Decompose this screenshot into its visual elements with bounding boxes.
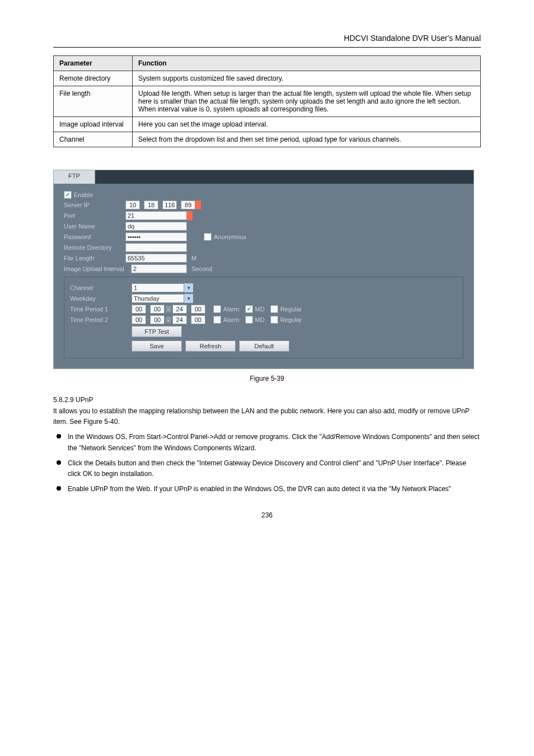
enable-label: Enable	[74, 192, 93, 198]
regular-label: Regular	[280, 306, 302, 312]
regular-label: Regular	[280, 316, 302, 323]
tp1-end-h[interactable]	[172, 305, 187, 314]
alarm-label: Alarm	[223, 316, 240, 323]
table-row: File length Upload file length. When set…	[54, 86, 481, 117]
port-label: Port	[64, 212, 125, 219]
figure-caption: Figure 5-39	[53, 375, 481, 382]
chevron-down-icon[interactable]: ▾	[184, 283, 193, 292]
time-period-2-label: Time Period 2	[70, 316, 132, 323]
page-number: 236	[53, 511, 481, 519]
tab-bar: FTP	[54, 170, 474, 184]
chevron-down-icon[interactable]: ▾	[184, 294, 193, 303]
bullet-list: In the Windows OS, From Start->Control P…	[53, 432, 481, 494]
required-marker: *	[195, 200, 201, 209]
parameter-table: Parameter Function Remote directory Syst…	[53, 55, 481, 147]
ip-octet-2[interactable]	[144, 200, 158, 209]
ip-octet-1[interactable]	[125, 200, 140, 209]
server-ip-label: Server IP	[64, 202, 125, 208]
param-desc: Here you can set the image upload interv…	[133, 117, 481, 132]
section-heading: 5.8.2.9 UPnP	[53, 396, 481, 404]
username-label: User Name	[64, 223, 125, 230]
param-name: Image upload interval	[54, 117, 133, 132]
tp1-end-m[interactable]	[191, 305, 205, 314]
weekday-label: Weekday	[70, 295, 132, 302]
param-name: Channel	[54, 132, 133, 147]
table-row: Image upload interval Here you can set t…	[54, 117, 481, 132]
param-desc: Select from the dropdown list and then s…	[133, 132, 481, 147]
tp2-regular-checkbox[interactable]	[270, 316, 278, 324]
required-marker: *	[187, 211, 193, 220]
md-label: MD	[255, 316, 265, 323]
param-name: Remote directory	[54, 71, 133, 86]
param-head-function: Function	[133, 56, 481, 71]
channel-period-box: Channel ▾ Weekday ▾ Time Period 1 :	[64, 277, 463, 358]
anonymous-label: Anonymous	[214, 234, 246, 240]
ftp-screenshot: FTP Enable Server IP . . . * Port *	[53, 170, 474, 369]
tab-ftp[interactable]: FTP	[54, 170, 95, 184]
file-length-input[interactable]	[125, 254, 187, 263]
tp2-alarm-checkbox[interactable]	[213, 316, 221, 324]
tp1-start-m[interactable]	[150, 305, 165, 314]
anonymous-checkbox[interactable]	[204, 233, 212, 241]
tp2-start-m[interactable]	[150, 315, 165, 324]
param-desc: System supports customized file saved di…	[133, 71, 481, 86]
page-title: HDCVI Standalone DVR User's Manual	[53, 34, 481, 43]
tp2-start-h[interactable]	[132, 315, 146, 324]
tp1-regular-checkbox[interactable]	[270, 305, 278, 313]
header-rule	[53, 47, 481, 48]
section-intro: It allows you to establish the mapping r…	[53, 406, 481, 427]
enable-checkbox[interactable]	[64, 191, 72, 199]
list-item: Enable UPnP from the Web. If your UPnP i…	[53, 484, 481, 494]
remote-dir-input[interactable]	[125, 243, 187, 252]
password-label: Password	[64, 234, 125, 240]
table-row: Channel Select from the dropdown list an…	[54, 132, 481, 147]
tp1-start-h[interactable]	[132, 305, 146, 314]
file-length-unit: M	[191, 255, 196, 262]
list-item: In the Windows OS, From Start->Control P…	[53, 432, 481, 453]
time-period-1-label: Time Period 1	[70, 306, 132, 312]
param-head-parameter: Parameter	[54, 56, 133, 71]
tp1-alarm-checkbox[interactable]	[213, 305, 221, 313]
tp2-end-h[interactable]	[172, 315, 187, 324]
table-row: Remote directory System supports customi…	[54, 71, 481, 86]
save-button[interactable]: Save	[132, 340, 182, 352]
port-input[interactable]	[125, 211, 187, 220]
list-item: Click the Details button and then check …	[53, 458, 481, 479]
param-name: File length	[54, 86, 133, 117]
ip-octet-3[interactable]	[162, 200, 177, 209]
tp2-end-m[interactable]	[191, 315, 205, 324]
file-length-label: File Length	[64, 255, 125, 262]
alarm-label: Alarm	[223, 306, 240, 312]
img-interval-input[interactable]	[131, 264, 187, 273]
tp2-md-checkbox[interactable]	[245, 316, 253, 324]
md-label: MD	[255, 306, 265, 312]
ftp-test-button[interactable]: FTP Test	[132, 326, 182, 337]
channel-label: Channel	[70, 284, 132, 291]
tp1-md-checkbox[interactable]	[245, 305, 253, 313]
param-desc: Upload file length. When setup is larger…	[133, 86, 481, 117]
img-interval-unit: Second	[191, 265, 212, 272]
img-interval-label: Image Upload Interval	[64, 265, 131, 272]
remote-dir-label: Remote Directory	[64, 244, 125, 251]
username-input[interactable]	[125, 222, 187, 231]
password-input[interactable]	[125, 232, 187, 241]
refresh-button[interactable]: Refresh	[185, 340, 236, 352]
default-button[interactable]: Default	[239, 340, 289, 352]
ip-octet-4[interactable]	[181, 200, 195, 209]
